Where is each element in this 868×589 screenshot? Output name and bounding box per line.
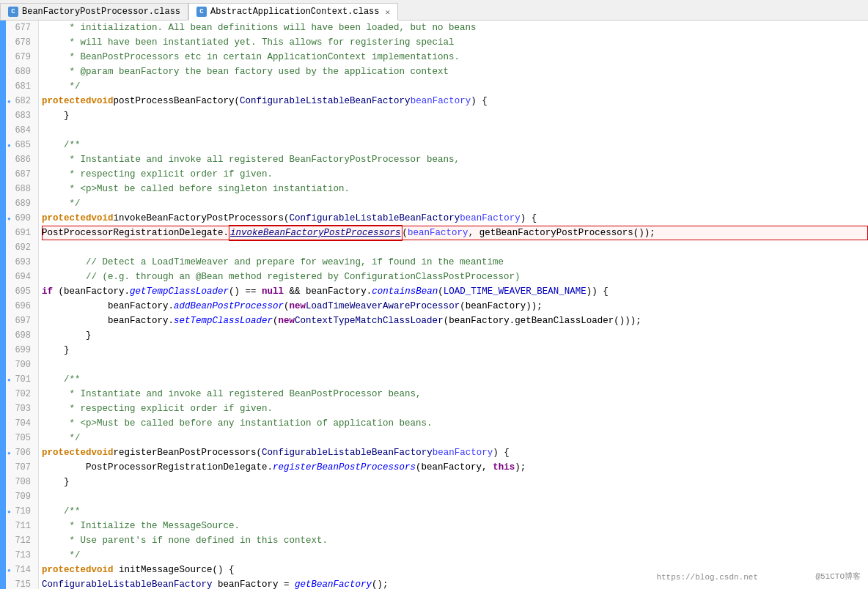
line-number-683: 683 — [6, 108, 34, 123]
line-number-701: 701 — [6, 372, 34, 387]
code-line-697: beanFactory.setTempClassLoader(new Conte… — [42, 314, 868, 328]
line-number-710: 710 — [6, 504, 34, 519]
code-line-710: /** — [42, 504, 868, 519]
code-line-701: /** — [42, 372, 868, 387]
code-line-677: * initialization. All bean definitions w… — [42, 21, 868, 35]
line-number-680: 680 — [6, 64, 34, 79]
code-line-683: } — [42, 108, 868, 123]
line-number-706: 706 — [6, 445, 34, 460]
code-line-696: beanFactory.addBeanPostProcessor(new Loa… — [42, 299, 868, 314]
code-line-704: * <p>Must be called before any instantia… — [42, 416, 868, 431]
code-line-686: * Instantiate and invoke all registered … — [42, 152, 868, 167]
line-number-698: 698 — [6, 328, 34, 343]
code-line-703: * respecting explicit order if given. — [42, 401, 868, 416]
line-number-708: 708 — [6, 475, 34, 489]
code-line-682: protected void postProcessBeanFactory(Co… — [42, 94, 868, 108]
line-number-684: 684 — [6, 123, 34, 138]
code-line-713: */ — [42, 548, 868, 563]
line-numbers-panel: 6776786796806816826836846856866876886896… — [6, 21, 39, 589]
line-number-711: 711 — [6, 519, 34, 533]
line-number-687: 687 — [6, 167, 34, 182]
tab-label-2: AbstractApplicationContext.class — [210, 7, 379, 17]
code-line-691: PostProcessorRegistrationDelegate.invoke… — [42, 226, 868, 240]
code-line-689: */ — [42, 196, 868, 211]
tab-icon-2: C — [196, 7, 207, 17]
tab-close-button[interactable]: ✕ — [385, 7, 390, 17]
tab-bar: C BeanFactoryPostProcessor.class C Abstr… — [0, 0, 868, 21]
tab-label-1: BeanFactoryPostProcessor.class — [22, 7, 180, 17]
code-line-681: */ — [42, 79, 868, 94]
line-number-694: 694 — [6, 270, 34, 284]
code-line-680: * @param beanFactory the bean factory us… — [42, 64, 868, 79]
code-container: 6776786796806816826836846856866876886896… — [0, 21, 868, 589]
line-number-707: 707 — [6, 460, 34, 475]
code-line-707: PostProcessorRegistrationDelegate.regist… — [42, 460, 868, 475]
line-number-689: 689 — [6, 196, 34, 211]
code-line-679: * BeanPostProcessors etc in certain Appl… — [42, 50, 868, 64]
code-line-688: * <p>Must be called before singleton ins… — [42, 182, 868, 196]
code-line-709 — [42, 489, 868, 504]
tab-beanfactorypostprocessor[interactable]: C BeanFactoryPostProcessor.class — [0, 3, 188, 20]
line-number-678: 678 — [6, 35, 34, 50]
code-line-711: * Initialize the MessageSource. — [42, 519, 868, 533]
line-number-690: 690 — [6, 211, 34, 226]
code-line-687: * respecting explicit order if given. — [42, 167, 868, 182]
line-number-686: 686 — [6, 152, 34, 167]
tab-abstractapplicationcontext[interactable]: C AbstractApplicationContext.class ✕ — [188, 3, 398, 21]
tab-icon-1: C — [8, 7, 18, 17]
code-content-panel[interactable]: * initialization. All bean definitions w… — [39, 21, 868, 589]
line-number-692: 692 — [6, 240, 34, 255]
line-number-715: 715 — [6, 577, 34, 589]
line-number-691: 691 — [6, 226, 34, 240]
line-number-713: 713 — [6, 548, 34, 563]
line-number-682: 682 — [6, 94, 34, 108]
line-number-677: 677 — [6, 21, 34, 35]
line-number-700: 700 — [6, 358, 34, 372]
line-number-709: 709 — [6, 489, 34, 504]
line-number-699: 699 — [6, 343, 34, 358]
line-number-693: 693 — [6, 255, 34, 270]
line-number-712: 712 — [6, 533, 34, 548]
line-number-696: 696 — [6, 299, 34, 314]
line-number-688: 688 — [6, 182, 34, 196]
code-line-699: } — [42, 343, 868, 358]
code-line-684 — [42, 123, 868, 138]
code-line-700 — [42, 358, 868, 372]
line-number-705: 705 — [6, 431, 34, 445]
code-line-695: if (beanFactory.getTempClassLoader() == … — [42, 284, 868, 299]
watermark-left: https://blog.csdn.net — [656, 573, 758, 582]
line-number-697: 697 — [6, 314, 34, 328]
line-number-685: 685 — [6, 138, 34, 152]
code-line-706: protected void registerBeanPostProcessor… — [42, 445, 868, 460]
line-number-702: 702 — [6, 387, 34, 401]
line-number-703: 703 — [6, 401, 34, 416]
left-marker-strip — [0, 21, 6, 589]
code-line-698: } — [42, 328, 868, 343]
code-line-692 — [42, 240, 868, 255]
line-number-695: 695 — [6, 284, 34, 299]
line-number-681: 681 — [6, 79, 34, 94]
code-line-693: // Detect a LoadTimeWeaver and prepare f… — [42, 255, 868, 270]
code-line-705: */ — [42, 431, 868, 445]
code-line-708: } — [42, 475, 868, 489]
code-line-712: * Use parent's if none defined in this c… — [42, 533, 868, 548]
line-number-704: 704 — [6, 416, 34, 431]
line-number-679: 679 — [6, 50, 34, 64]
line-number-714: 714 — [6, 563, 34, 577]
code-line-690: protected void invokeBeanFactoryPostProc… — [42, 211, 868, 226]
watermark-right: @51CTO博客 — [815, 571, 861, 582]
code-line-694: // (e.g. through an @Bean method registe… — [42, 270, 868, 284]
code-line-702: * Instantiate and invoke all registered … — [42, 387, 868, 401]
code-line-685: /** — [42, 138, 868, 152]
code-line-678: * will have been instantiated yet. This … — [42, 35, 868, 50]
